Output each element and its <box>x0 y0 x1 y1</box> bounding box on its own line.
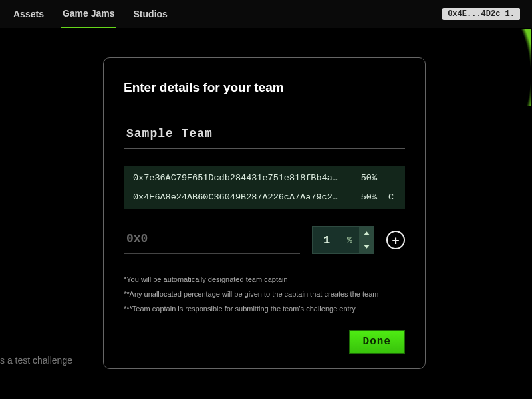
footnote: *You will be automatically designated te… <box>124 275 405 283</box>
footnote: ***Team captain is responsible for submi… <box>124 305 405 313</box>
team-details-modal: Enter details for your team Sample Team … <box>103 57 426 369</box>
modal-title: Enter details for your team <box>124 80 405 95</box>
stepper-up-button[interactable] <box>359 227 374 240</box>
percent-stepper: 1 % <box>312 226 374 254</box>
stepper-down-button[interactable] <box>359 240 374 253</box>
member-row: 0x4E6A8e24AB60C36049B287A226cA7Aa79c2c4D… <box>133 192 396 202</box>
add-member-button[interactable]: + <box>386 231 405 249</box>
plus-icon: + <box>392 234 399 247</box>
wallet-balance: 1. <box>505 9 515 19</box>
background-challenge-text: s a test challenge <box>0 355 72 366</box>
percent-unit-icon: % <box>340 227 359 253</box>
caret-up-icon <box>364 231 370 235</box>
member-percent: 50% <box>350 192 377 202</box>
wallet-address-short: 0x4E...4D2c <box>448 9 500 19</box>
done-button[interactable]: Done <box>349 330 405 354</box>
nav-tab-assets[interactable]: Assets <box>12 1 45 27</box>
top-nav: Assets Game Jams Studios 0x4E...4D2c 1. <box>0 0 532 28</box>
team-name-field[interactable]: Sample Team <box>124 127 405 148</box>
add-member-row: 1 % + <box>124 226 405 254</box>
members-list: 0x7e36AC79E651Dcdb284431e751e818fBb4a20F… <box>124 166 405 209</box>
percent-value[interactable]: 1 <box>313 227 340 253</box>
new-member-address-input[interactable] <box>124 227 300 252</box>
member-address: 0x4E6A8e24AB60C36049B287A226cA7Aa79c2c4D… <box>133 192 341 202</box>
team-name-underline <box>124 148 405 149</box>
input-underline <box>124 253 300 254</box>
footnote: **Any unallocated percentage will be giv… <box>124 290 405 298</box>
member-address: 0x7e36AC79E651Dcdb284431e751e818fBb4a20F… <box>133 173 341 183</box>
footnotes: *You will be automatically designated te… <box>124 275 405 313</box>
wallet-badge[interactable]: 0x4E...4D2c 1. <box>442 8 520 20</box>
nav-tab-game-jams[interactable]: Game Jams <box>61 0 116 29</box>
caret-down-icon <box>364 245 370 249</box>
member-percent: 50% <box>350 173 377 183</box>
member-row: 0x7e36AC79E651Dcdb284431e751e818fBb4a20F… <box>133 173 396 183</box>
nav-tab-studios[interactable]: Studios <box>132 1 169 27</box>
member-captain-flag: C <box>386 192 396 202</box>
